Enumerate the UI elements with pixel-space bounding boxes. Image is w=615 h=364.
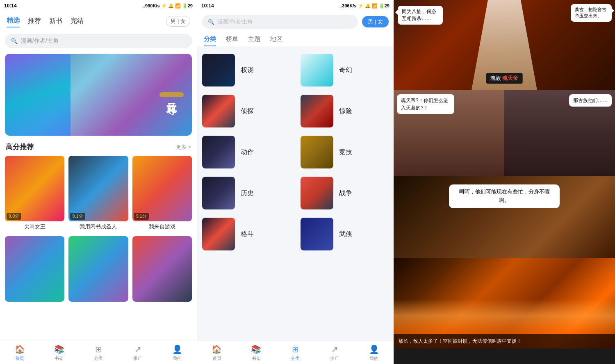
- cat-nav-mine[interactable]: 👤 我的: [354, 344, 394, 362]
- home-search-placeholder: 漫画/作者/主角: [21, 37, 59, 45]
- cat-search-bar[interactable]: 🔍 漫画/作者/主角: [202, 15, 358, 29]
- genre-img-jingxian: [301, 95, 333, 127]
- home-status-icons: ...990K/s ⚡ 🔔 📶 🔋29: [141, 3, 193, 9]
- genre-item-jingji[interactable]: 竞技: [296, 132, 394, 173]
- home-nav-mine[interactable]: 👤 我的: [157, 344, 197, 362]
- manga-img-0: [5, 156, 64, 221]
- genre-thumb-lishi: [202, 177, 235, 209]
- manga-card-1[interactable]: 9.1分 我用闲书成圣人: [68, 156, 128, 230]
- home-nav-label-home: 首页: [15, 355, 24, 362]
- genre-img-qihuan: [301, 54, 333, 86]
- genre-label-jingji: 竞技: [339, 148, 352, 157]
- cat-gender-btn[interactable]: 男 | 女: [362, 16, 389, 27]
- nav-tuijian[interactable]: 推荐: [28, 15, 41, 27]
- genre-img-lishi: [202, 177, 235, 209]
- home-nav-promote[interactable]: ↗ 推广: [118, 344, 157, 362]
- home-banner[interactable]: 元尊: [5, 54, 192, 136]
- manga-thumb-4: [68, 236, 128, 302]
- comic-panel-3: 呵呵，他们可能现在有些忙，分身不暇啊。: [394, 176, 615, 258]
- genre-label-dongzuo: 动作: [241, 148, 254, 157]
- home-nav: 精选 推荐 新书 完结 男 | 女: [0, 11, 197, 31]
- manga-card-5[interactable]: [132, 236, 192, 302]
- genre-thumb-qihuan: [301, 54, 333, 86]
- nav-wanjie[interactable]: 完结: [71, 15, 84, 27]
- cat-nav-shelf[interactable]: 📚 书架: [237, 344, 276, 362]
- genre-item-gedou[interactable]: 格斗: [197, 214, 296, 255]
- genre-item-zhentian[interactable]: 侦探: [197, 91, 296, 132]
- genre-img-quanmou: [202, 54, 235, 86]
- home-nav-home[interactable]: 🏠 首页: [0, 344, 39, 362]
- manga-card-4[interactable]: [68, 236, 128, 302]
- reader-content: 同为八族，何必互相厮杀…… 萧玄，把陀舍古帝玉交出来。 魂族 魂天帝 魂天帝?！…: [394, 0, 615, 364]
- cat-tab-rank[interactable]: 榜单: [226, 33, 238, 46]
- genre-thumb-gedou: [202, 218, 235, 250]
- genre-pair-2: 动作 竞技: [197, 132, 394, 173]
- cat-nav-label-mine: 我的: [369, 355, 378, 362]
- home-nav-label-shelf: 书架: [55, 355, 64, 362]
- nav-jingxuan[interactable]: 精选: [7, 15, 20, 27]
- genre-img-zhentian: [202, 95, 235, 127]
- home-time: 10:14: [4, 3, 17, 9]
- home-nav-shelf[interactable]: 📚 书架: [39, 344, 79, 362]
- manga-thumb-0: 9.0分: [5, 156, 64, 221]
- manga-card-0[interactable]: 9.0分 尖叫女王: [5, 156, 64, 230]
- reader-char-label: 魂族 魂天帝: [486, 73, 523, 84]
- banner-title: 元尊: [159, 92, 184, 97]
- genre-item-zhanzheng[interactable]: 战争: [296, 173, 394, 214]
- genre-thumb-jingji: [301, 136, 333, 168]
- genre-pair-0: 权谋 奇幻: [197, 50, 394, 91]
- nav-xinshu[interactable]: 新书: [49, 15, 62, 27]
- cat-status-bar: 10:14 ...396K/s ⚡ 🔔 📶 🔋29: [197, 0, 394, 11]
- genre-label-jingxian: 惊险: [339, 107, 352, 116]
- home-nav-label-mine: 我的: [173, 355, 182, 362]
- manga-img-2: [132, 156, 192, 221]
- genre-item-jingxian[interactable]: 惊险: [296, 91, 394, 132]
- cat-tab-theme[interactable]: 主题: [248, 33, 260, 46]
- manga-img-3: [5, 236, 64, 302]
- genre-item-dongzuo[interactable]: 动作: [197, 132, 296, 173]
- reader-bubble-2-right: 那古族他们……: [569, 94, 612, 107]
- genre-label-zhanzheng: 战争: [339, 189, 352, 198]
- cat-time: 10:14: [201, 3, 214, 9]
- genre-thumb-zhentian: [202, 95, 235, 127]
- manga-card-3[interactable]: [5, 236, 64, 302]
- cat-header: 🔍 漫画/作者/主角 男 | 女 分类 榜单 主题 地区: [197, 11, 394, 46]
- manga-thumb-3: [5, 236, 64, 302]
- promote-icon: ↗: [134, 344, 141, 354]
- manga-thumb-2: 9.1分: [132, 156, 192, 221]
- genre-label-gedou: 格斗: [241, 230, 254, 239]
- genre-item-lishi[interactable]: 历史: [197, 173, 296, 214]
- home-gender-toggle[interactable]: 男 | 女: [166, 16, 190, 27]
- genre-pair-4: 格斗 武侠: [197, 214, 394, 255]
- shelf-icon: 📚: [54, 344, 64, 354]
- section-title: 高分推荐: [6, 142, 34, 152]
- manga-card-2[interactable]: 9.1分 我来自游戏: [132, 156, 192, 230]
- manga-thumb-5: [132, 236, 192, 302]
- comic-panel-1: 同为八族，何必互相厮杀…… 萧玄，把陀舍古帝玉交出来。 魂族 魂天帝: [394, 0, 615, 90]
- cat-search-row: 🔍 漫画/作者/主角 男 | 女: [202, 15, 389, 29]
- category-panel: 10:14 ...396K/s ⚡ 🔔 📶 🔋29 🔍 漫画/作者/主角 男 |…: [197, 0, 394, 364]
- cat-tab-classify[interactable]: 分类: [204, 33, 216, 46]
- manga-title-1: 我用闲书成圣人: [68, 223, 128, 230]
- reader-bubble-1-right: 萧玄，把陀舍古帝玉交出来。: [571, 4, 612, 22]
- cat-nav-category[interactable]: ⊞ 分类: [276, 344, 315, 362]
- cat-nav-label-home: 首页: [212, 355, 221, 362]
- comic-panel-4: 族长，敌人太多了！空间被封锁，无法传信叫族中支援！: [394, 258, 615, 348]
- cat-nav-promote[interactable]: ↗ 推广: [315, 344, 354, 362]
- genre-label-quanmou: 权谋: [241, 66, 254, 75]
- section-more[interactable]: 更多 >: [176, 143, 191, 151]
- cat-nav-home[interactable]: 🏠 首页: [197, 344, 237, 362]
- genre-label-lishi: 历史: [241, 189, 254, 198]
- reader-bubble-2-left: 魂天帝?！你们怎么进入天墓的?！: [397, 94, 454, 114]
- genre-item-wuxia[interactable]: 武侠: [296, 214, 394, 255]
- section-header: 高分推荐 更多 >: [0, 138, 197, 154]
- category-icon: ⊞: [95, 344, 102, 354]
- genre-label-wuxia: 武侠: [339, 230, 352, 239]
- genre-item-qihuan[interactable]: 奇幻: [296, 50, 394, 91]
- home-search-bar[interactable]: 🔍 漫画/作者/主角: [5, 34, 192, 48]
- genre-item-quanmou[interactable]: 权谋: [197, 50, 296, 91]
- cat-nav-label-promote: 推广: [330, 355, 339, 362]
- cat-tab-region[interactable]: 地区: [270, 33, 282, 46]
- home-nav-category[interactable]: ⊞ 分类: [79, 344, 118, 362]
- genre-label-qihuan: 奇幻: [339, 66, 352, 75]
